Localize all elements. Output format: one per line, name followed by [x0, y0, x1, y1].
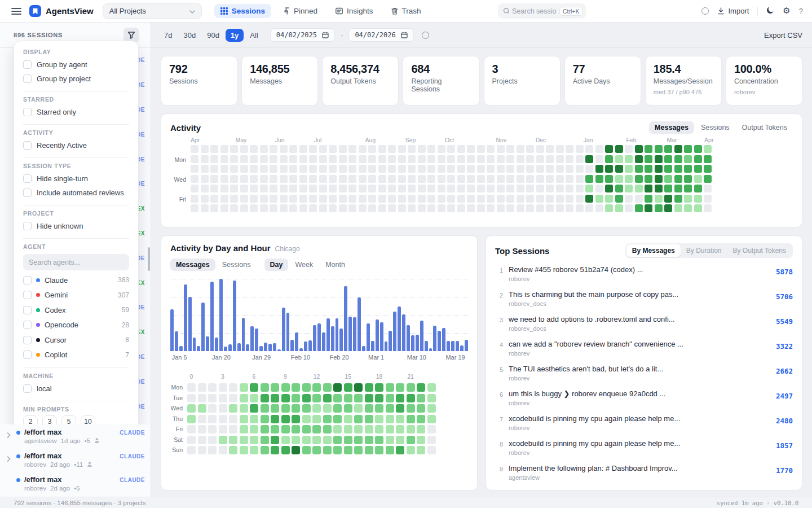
activity-day-cell	[240, 195, 248, 203]
import-button[interactable]: Import	[717, 7, 749, 15]
agent-filter-row[interactable]: Gemini 307	[23, 288, 129, 303]
top-session-row[interactable]: 2 This is charming but the main purpose …	[495, 286, 793, 310]
top-session-row[interactable]: 3 we need to add options to .roborev.tom…	[495, 310, 793, 335]
activity-tab[interactable]: Sessions	[695, 121, 735, 134]
filter-checkbox-row[interactable]: local	[23, 382, 129, 396]
date-input-to[interactable]: 04/02/2026	[348, 28, 413, 42]
session-list-item[interactable]: /effort max roborev 2d ago •5 CLAUDE	[0, 472, 151, 496]
granularity-tab[interactable]: Week	[289, 259, 319, 271]
top-session-row[interactable]: 9 Implement the following plan: # Dashbo…	[495, 459, 793, 484]
top-session-row[interactable]: 10 it seems like codex is struggling to …	[495, 484, 793, 491]
top-session-row[interactable]: 5 The TUI aesthetics aren't bad, but let…	[495, 360, 793, 385]
nav-tab[interactable]: Sessions	[214, 4, 271, 18]
checkbox[interactable]	[23, 189, 32, 197]
metric-tab[interactable]: Sessions	[217, 259, 257, 271]
granularity-tab[interactable]: Day	[264, 259, 289, 271]
activity-day-cell	[447, 165, 455, 173]
top-sessions-tab[interactable]: By Messages	[626, 244, 681, 257]
session-info: The TUI aesthetics aren't bad, but let's…	[509, 365, 770, 382]
help-button[interactable]: ?	[799, 7, 803, 15]
session-message-count: 5706	[776, 290, 793, 301]
filter-checkbox-row[interactable]: Hide single-turn	[23, 172, 129, 186]
range-button[interactable]: 90d	[202, 29, 224, 42]
agent-search-input[interactable]	[23, 254, 129, 270]
activity-day-cell	[684, 195, 692, 203]
session-list-visible: /effort max agentsview 1d ago •5 CLAUDE	[0, 424, 151, 497]
checkbox[interactable]	[23, 321, 32, 329]
filter-checkbox-row[interactable]: Include automated reviews	[23, 186, 129, 200]
agent-filter-row[interactable]: Codex 59	[23, 303, 129, 318]
range-button[interactable]: All	[245, 29, 263, 42]
top-session-row[interactable]: 6 um this is buggy ❯ roborev enqueue 92a…	[495, 385, 793, 410]
hour-cell	[240, 436, 248, 444]
activity-day-cell	[635, 195, 643, 203]
activity-day-cell	[348, 195, 356, 203]
chevron-right-icon[interactable]	[7, 428, 12, 440]
settings-button[interactable]: ⚙	[783, 7, 790, 15]
top-sessions-tabs: By MessagesBy DurationBy Output Tokens	[625, 243, 793, 258]
session-list-item[interactable]: /effort max agentsview 1d ago •5 CLAUDE	[0, 424, 151, 448]
activity-tab[interactable]: Messages	[649, 121, 694, 134]
top-sessions-tab[interactable]: By Output Tokens	[727, 244, 792, 257]
hour-cell	[344, 404, 352, 413]
top-session-row[interactable]: 8 xcodebuild is pinning my cpu again ple…	[495, 435, 793, 459]
activity-day-cell	[289, 175, 297, 183]
agent-filter-row[interactable]: Opencode 28	[23, 318, 129, 333]
daily-bar	[438, 331, 441, 351]
range-button[interactable]: 30d	[178, 29, 201, 42]
nav-tab[interactable]: Pinned	[277, 4, 324, 18]
top-session-row[interactable]: 1 Review #455 roborev 51b2a74 (codex) ..…	[495, 261, 793, 286]
nav-tab[interactable]: Trash	[385, 4, 427, 18]
filter-checkbox-row[interactable]: Group by project	[23, 72, 129, 86]
search-input[interactable]	[512, 7, 556, 15]
granularity-tab[interactable]: Month	[320, 259, 351, 271]
filter-checkbox-row[interactable]: Starred only	[23, 105, 129, 119]
checkbox[interactable]	[23, 174, 32, 183]
session-list-item[interactable]: /effort max roborev 2d ago •11 CLAUDE	[0, 448, 151, 472]
agent-filter-row[interactable]: Claude 383	[23, 273, 129, 288]
filter-checkbox-row[interactable]: Recently Active	[23, 138, 129, 152]
hour-cell	[323, 425, 332, 433]
checkbox[interactable]	[23, 291, 32, 299]
checkbox[interactable]	[23, 108, 32, 116]
theme-toggle-button[interactable]	[766, 6, 774, 16]
checkbox[interactable]	[23, 336, 32, 344]
date-input-from[interactable]: 04/02/2025	[270, 28, 335, 42]
search-box[interactable]: Ctrl+K	[498, 3, 586, 19]
checkbox[interactable]	[23, 384, 32, 393]
refresh-icon[interactable]	[422, 32, 429, 39]
checkbox[interactable]	[23, 60, 32, 69]
sidebar-scrollbar[interactable]	[148, 247, 150, 271]
stat-card: 77 Active Days	[564, 56, 641, 106]
activity-day-cell	[408, 145, 416, 153]
checkbox[interactable]	[23, 276, 32, 284]
daily-bar	[380, 322, 383, 351]
top-session-row[interactable]: 7 xcodebuild is pinning my cpu again ple…	[495, 410, 793, 435]
agent-filter-row[interactable]: Copilot 7	[23, 348, 129, 363]
export-csv-button[interactable]: Export CSV	[764, 31, 802, 40]
checkbox[interactable]	[23, 306, 32, 314]
checkbox[interactable]	[23, 222, 32, 230]
top-session-row[interactable]: 4 can we add a "roborev review branch" c…	[495, 335, 793, 360]
metric-tab[interactable]: Messages	[170, 259, 215, 271]
filter-checkbox-row[interactable]: Group by agent	[23, 58, 129, 72]
checkbox[interactable]	[23, 141, 32, 150]
range-button[interactable]: 1y	[226, 29, 244, 42]
checkbox[interactable]	[23, 351, 32, 359]
menu-button[interactable]	[9, 4, 24, 19]
top-sessions-tab[interactable]: By Duration	[681, 244, 727, 257]
brand[interactable]: AgentsView	[29, 5, 94, 17]
nav-tab[interactable]: Insights	[329, 4, 379, 18]
filter-checkbox-row[interactable]: Hide unknown	[23, 219, 129, 233]
range-button[interactable]: 7d	[159, 29, 177, 42]
hour-cell	[281, 425, 290, 433]
activity-tab[interactable]: Output Tokens	[736, 121, 793, 134]
session-time: 1d ago	[61, 437, 81, 444]
project-selector[interactable]: All Projects	[103, 3, 202, 19]
filter-section: Starred Starred only	[23, 96, 129, 125]
chevron-right-icon[interactable]	[7, 452, 12, 464]
checkbox[interactable]	[23, 75, 32, 83]
agent-filter-row[interactable]: Cursor 8	[23, 332, 129, 348]
daily-bar	[313, 325, 316, 351]
hour-cell	[261, 383, 269, 392]
